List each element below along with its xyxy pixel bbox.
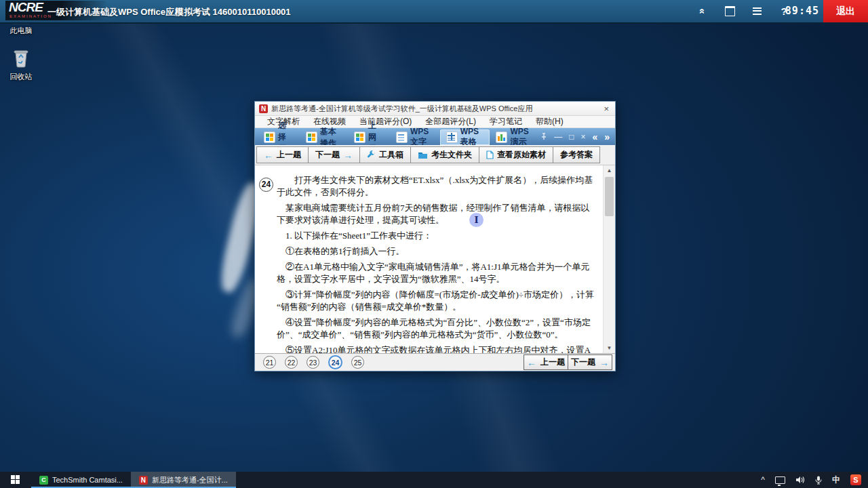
page-number-circle[interactable]: 21 bbox=[263, 356, 276, 369]
speaker-icon[interactable] bbox=[795, 476, 805, 484]
app-logo-icon: N bbox=[259, 104, 268, 113]
section-tab[interactable]: WPS演示 bbox=[490, 129, 540, 145]
prev-question-button-bottom[interactable]: ← 上一题 bbox=[524, 354, 568, 370]
scroll-up-icon[interactable]: ▲ bbox=[604, 165, 615, 176]
button-label: 查看原始素材 bbox=[497, 149, 546, 161]
scroll-tabs-right-icon[interactable]: » bbox=[604, 132, 610, 142]
page-number-circle[interactable]: 24 bbox=[328, 355, 342, 369]
button-label: 工具箱 bbox=[379, 149, 403, 161]
scroll-tabs-left-icon[interactable]: « bbox=[592, 132, 597, 142]
minimize-icon[interactable]: — bbox=[554, 133, 562, 141]
system-tray: ^ 中 S bbox=[761, 472, 868, 488]
window-switch-icon[interactable] bbox=[724, 5, 736, 18]
network-icon[interactable] bbox=[775, 476, 785, 484]
toolbar: ← 上一题 下一题 → 工具箱 考生文件夹 bbox=[255, 145, 615, 165]
question-list-icon[interactable] bbox=[751, 5, 763, 18]
basic-icon bbox=[306, 131, 317, 143]
button-label: 下一题 bbox=[315, 149, 340, 161]
question-text: 打开考生文件夹下的素材文档“ET.xlsx”（.xlsx为文件扩展名），后续操作… bbox=[277, 174, 597, 354]
prev-question-button[interactable]: ← 上一题 bbox=[256, 146, 309, 163]
menu-item[interactable]: 学习笔记 bbox=[483, 116, 529, 127]
section-tab[interactable]: 基本操作 bbox=[300, 129, 348, 145]
button-label: 上一题 bbox=[540, 357, 565, 368]
section-tab[interactable]: 选择题 bbox=[258, 129, 300, 145]
page-number-circle[interactable]: 23 bbox=[307, 356, 319, 369]
scroll-down-icon[interactable]: ▼ bbox=[604, 342, 615, 353]
folder-icon bbox=[418, 151, 428, 159]
section-tab[interactable]: WPS表格 bbox=[440, 129, 490, 145]
desktop-icon-recycle-bin[interactable]: 回收站 bbox=[0, 47, 42, 82]
window-title: 新思路等考通-全国计算机等级考试学习软件_一级计算机基础及WPS Office应… bbox=[271, 104, 598, 114]
question-number-badge: 24 bbox=[259, 178, 273, 192]
exit-button[interactable]: 退出 bbox=[823, 0, 868, 22]
collapse-bar-icon[interactable]: « bbox=[696, 5, 709, 18]
taskbar-item-label: 新思路等考通-全国计... bbox=[152, 475, 228, 485]
page-number-circle[interactable]: 25 bbox=[351, 356, 364, 369]
question-paragraph: 1. 以下操作在“Sheet1”工作表中进行： bbox=[277, 230, 597, 242]
question-paragraph: ②在A1单元格中输入文字“家电商城销售清单”，将A1:J1单元格合并为一个单元格… bbox=[277, 261, 597, 285]
desktop-icon-label: 此电脑 bbox=[0, 26, 42, 36]
ncre-logo-text: NCRE bbox=[9, 0, 43, 14]
taskbar-item-label: TechSmith Camtasi... bbox=[52, 476, 123, 484]
tray-chevron-up-icon[interactable]: ^ bbox=[761, 475, 765, 485]
text-cursor-icon: I bbox=[474, 215, 478, 225]
question-paragraph: 打开考生文件夹下的素材文档“ET.xlsx”（.xlsx为文件扩展名），后续操作… bbox=[277, 174, 597, 199]
microphone-icon[interactable] bbox=[815, 476, 822, 485]
scrollbar-thumb[interactable] bbox=[605, 177, 614, 216]
student-folder-button[interactable]: 考生文件夹 bbox=[410, 146, 479, 163]
windows-logo-icon bbox=[11, 475, 20, 485]
page-number-circle[interactable]: 22 bbox=[285, 356, 298, 369]
pin-icon[interactable] bbox=[540, 133, 547, 140]
exam-timer: 89:45 bbox=[785, 5, 819, 17]
taskbar: C TechSmith Camtasi... N 新思路等考通-全国计... ^… bbox=[0, 472, 868, 488]
next-question-button-bottom[interactable]: 下一题 → bbox=[568, 354, 612, 370]
question-paragraph: ③计算“降价幅度”列的内容（降价幅度=(市场定价-成交单价)÷市场定价），计算“… bbox=[277, 289, 597, 313]
question-paragraph: ⑤设置A2:J10单元格的文字或数据在该单元格内上下和左右均居中对齐，设置A列到… bbox=[277, 344, 597, 354]
arrow-left-icon: ← bbox=[527, 357, 536, 368]
menu-item[interactable]: 帮助(H) bbox=[529, 116, 570, 127]
scrollbar[interactable]: ▲ ▼ bbox=[603, 165, 615, 354]
menu-item[interactable]: 当前题评分(O) bbox=[353, 116, 418, 127]
cursor-highlight: I bbox=[469, 213, 484, 227]
start-button[interactable] bbox=[0, 472, 31, 488]
button-label: 考生文件夹 bbox=[431, 149, 472, 161]
arrow-left-icon: ← bbox=[264, 150, 273, 161]
tabs: 选择题 基本操作 上网题 WPS文字 WPS表格 bbox=[258, 128, 540, 145]
window-controls: — □ × « » bbox=[540, 132, 615, 142]
view-material-button[interactable]: 查看原始素材 bbox=[479, 146, 553, 163]
recycle-bin-icon bbox=[12, 58, 31, 70]
question-paragraph: 某家电商城需要统计五月份前7天的销售数据，经理制作了销售清单，请根据以下要求对该… bbox=[277, 202, 597, 226]
section-tab[interactable]: 上网题 bbox=[348, 129, 390, 145]
section-tab[interactable]: WPS文字 bbox=[390, 129, 440, 145]
question-paragraph: ①在表格的第1行前插入一行。 bbox=[277, 245, 597, 258]
bottom-nav-buttons: ← 上一题 下一题 → bbox=[524, 354, 612, 370]
question-paragraph: ④设置“降价幅度”列内容的单元格格式为“百分比”、小数位数“2”，设置“市场定价… bbox=[277, 317, 597, 341]
sogou-input-icon[interactable]: S bbox=[850, 474, 861, 485]
arrow-right-icon: → bbox=[599, 357, 609, 368]
toolbox-button[interactable]: 工具箱 bbox=[359, 146, 411, 163]
bottom-bar: 2122232425 ← 上一题 下一题 → bbox=[255, 353, 615, 371]
close-icon[interactable]: × bbox=[580, 133, 585, 141]
exam-app-window: N 新思路等考通-全国计算机等级考试学习软件_一级计算机基础及WPS Offic… bbox=[254, 101, 616, 371]
button-label: 下一题 bbox=[571, 357, 595, 368]
taskbar-item-exam-app[interactable]: N 新思路等考通-全国计... bbox=[131, 472, 236, 488]
button-label: 上一题 bbox=[277, 149, 301, 161]
document-icon bbox=[486, 150, 494, 159]
reference-answer-button[interactable]: 参考答案 bbox=[553, 146, 600, 163]
choice-icon bbox=[264, 131, 275, 143]
exam-top-bar: NCRE EXAMINATION 一级计算机基础及WPS Office应用 模拟… bbox=[0, 0, 868, 24]
ime-language-indicator[interactable]: 中 bbox=[832, 474, 840, 486]
camtasia-icon: C bbox=[39, 476, 48, 485]
next-question-button[interactable]: 下一题 → bbox=[308, 146, 360, 163]
arrow-right-icon: → bbox=[343, 150, 353, 161]
maximize-icon[interactable]: □ bbox=[569, 133, 574, 141]
question-content-area: 24 打开考生文件夹下的素材文档“ET.xlsx”（.xlsx为文件扩展名），后… bbox=[255, 165, 615, 354]
window-title-bar[interactable]: N 新思路等考通-全国计算机等级考试学习软件_一级计算机基础及WPS Offic… bbox=[255, 102, 615, 116]
net-icon bbox=[354, 131, 366, 143]
button-label: 参考答案 bbox=[560, 149, 593, 161]
section-tab-bar: 选择题 基本操作 上网题 WPS文字 WPS表格 bbox=[255, 128, 615, 145]
window-close-icon[interactable]: × bbox=[601, 104, 611, 114]
exam-session-label: 模拟考试 1460010110010001 bbox=[175, 6, 291, 18]
taskbar-item-camtasia[interactable]: C TechSmith Camtasi... bbox=[31, 472, 131, 488]
menu-item[interactable]: 全部题评分(L) bbox=[418, 116, 483, 127]
